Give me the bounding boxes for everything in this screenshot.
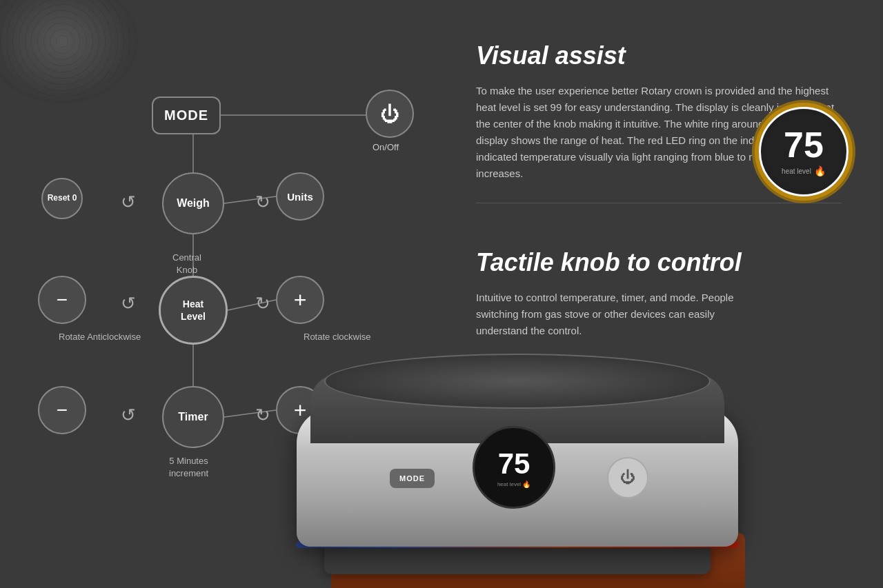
appliance-display-sub: heat level 🔥 (497, 480, 530, 488)
rotate-heat-cw-icon: ↻ (255, 293, 270, 314)
appliance-pan-surface (324, 354, 711, 409)
rotate-weigh-cw-icon: ↻ (255, 192, 270, 213)
rotate-heat-acw-icon: ↺ (121, 293, 136, 314)
rotate-anticlockwise-label: Rotate Anticlockwise (59, 331, 141, 343)
knob-sub-label: heat level 🔥 (782, 165, 826, 176)
tactile-title: Tactile knob to control (476, 248, 752, 277)
appliance-display-number: 75 (498, 447, 530, 480)
appliance-mode-button[interactable]: MODE (390, 469, 435, 488)
on-off-label: On/Off (373, 141, 399, 154)
timer-increment-label: 5 Minutesincrement (169, 455, 208, 480)
weigh-button[interactable]: Weigh (162, 172, 224, 234)
tactile-desc: Intuitive to control temperature, timer,… (476, 290, 752, 339)
heat-level-central-knob-label: CentralKnob (172, 252, 201, 276)
appliance-display: 75 heat level 🔥 (473, 426, 555, 509)
visual-assist-title: Visual assist (476, 41, 842, 70)
units-button[interactable]: Units (276, 172, 324, 221)
rotate-weigh-icon: ↺ (121, 192, 136, 213)
appliance-area: MODE 75 heat level 🔥 ⏻ (262, 354, 773, 588)
appliance-power-icon: ⏻ (620, 469, 635, 487)
knob-value: 75 (784, 127, 824, 163)
background-pan (0, 0, 138, 103)
appliance-power-button[interactable]: ⏻ (607, 457, 648, 498)
timer-minus-button[interactable]: − (38, 386, 86, 434)
rotate-timer-acw-icon: ↺ (121, 405, 136, 426)
tactile-section: Tactile knob to control Intuitive to con… (476, 248, 752, 360)
heat-plus-button[interactable]: + (276, 276, 324, 324)
mode-button[interactable]: MODE (152, 97, 221, 134)
timer-button[interactable]: Timer (162, 386, 224, 448)
reset-button[interactable]: Reset 0 (41, 178, 83, 219)
power-icon: ⏻ (380, 103, 399, 125)
knob-display: 75 heat level 🔥 (759, 107, 849, 196)
heat-minus-button[interactable]: − (38, 276, 86, 324)
power-button[interactable]: ⏻ (366, 90, 414, 138)
section-divider (476, 203, 842, 203)
rotate-clockwise-label: Rotate clockwise (304, 331, 371, 343)
heat-level-knob[interactable]: HeatLevel (159, 276, 228, 345)
